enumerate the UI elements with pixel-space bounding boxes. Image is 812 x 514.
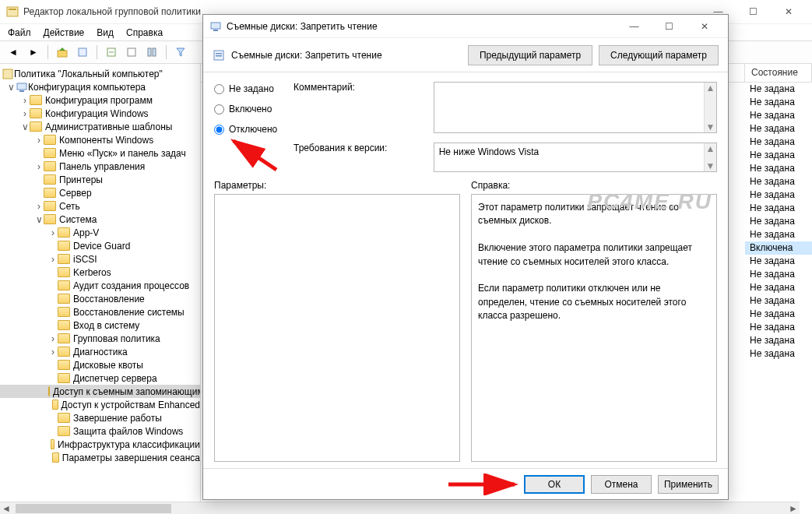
tree-wfp[interactable]: Защита файлов Windows [0,424,200,438]
state-cell[interactable]: Не задана [745,162,812,175]
forward-button[interactable]: ► [25,44,42,61]
tree-root[interactable]: Политика "Локальный компьютер" [0,67,200,80]
funnel-icon[interactable] [172,44,189,61]
state-cell[interactable]: Не задана [745,175,812,188]
tree-item-label: Диспетчер сервера [73,373,157,384]
horizontal-scrollbar[interactable]: ◄ ► [0,502,800,514]
scroll-left-icon[interactable]: ◄ [0,503,12,514]
tree-shutdown[interactable]: Завершение работы [0,411,200,424]
properties-button[interactable] [74,44,91,61]
radio-label: Не задано [229,83,274,94]
tree-start-task[interactable]: Меню «Пуск» и панель задач [0,146,200,160]
svg-rect-8 [3,69,12,79]
state-cell[interactable]: Не задана [745,228,812,241]
state-cell[interactable]: Не задана [745,83,812,96]
close-button[interactable]: ✕ [771,1,806,23]
folder-icon [58,280,70,290]
back-button[interactable]: ◄ [5,44,22,61]
tree-win-cfg[interactable]: ›Конфигурация Windows [0,107,200,120]
menu-file[interactable]: Файл [8,27,31,38]
scroll-right-icon[interactable]: ► [787,503,800,514]
folder-icon [58,347,70,357]
radio-not-configured[interactable]: Не задано [214,83,283,94]
menu-action[interactable]: Действие [44,27,85,38]
state-cell[interactable]: Не задана [745,308,812,321]
state-cell[interactable]: Не задана [745,347,812,361]
state-cell[interactable]: Не задана [745,334,812,347]
tree-item-label: App-V [73,227,99,238]
tree-kerberos[interactable]: Kerberos [0,266,200,279]
ok-button[interactable]: ОК [524,475,585,494]
state-cell[interactable]: Не задана [745,215,812,228]
state-cell[interactable]: Не задана [745,96,812,109]
folder-icon [58,320,70,330]
tree-logon[interactable]: Вход в систему [0,319,200,332]
folder-icon [58,267,70,277]
state-cell[interactable]: Не задана [745,136,812,149]
tree-system[interactable]: ∨Система [0,213,200,226]
dialog-close-button[interactable]: ✕ [687,16,722,37]
tree-sw-cfg[interactable]: ›Конфигурация программ [0,93,200,107]
tree-gp[interactable]: ›Групповая политика [0,332,200,345]
tree-disk-quota[interactable]: Дисковые квоты [0,358,200,371]
state-cell[interactable]: Не задана [745,149,812,162]
state-cell[interactable]: Не задана [745,255,812,268]
next-setting-button[interactable]: Следующий параметр [599,45,719,65]
scrollbar-thumb[interactable] [16,504,171,513]
tree-server[interactable]: Сервер [0,186,200,199]
state-cell[interactable]: Включена [745,241,812,255]
tree-ctrl-panel[interactable]: ›Панель управления [0,160,200,173]
folder-icon [58,241,70,251]
columns-button[interactable] [143,44,160,61]
radio-enabled[interactable]: Включено [214,104,283,114]
tree-devguard[interactable]: Device Guard [0,239,200,252]
tree-item-label: Конфигурация компьютера [28,82,146,93]
state-cell[interactable]: Не задана [745,321,812,334]
up-button[interactable] [54,44,71,61]
state-cell[interactable]: Не задана [745,281,812,294]
dialog-maximize-button[interactable]: ☐ [652,16,687,37]
tree-pane[interactable]: Политика "Локальный компьютер" ∨Конфигур… [0,64,201,508]
folder-icon [58,413,70,423]
tree-printers[interactable]: Принтеры [0,173,200,186]
state-cell[interactable]: Не задана [745,294,812,308]
menu-view[interactable]: Вид [97,27,114,38]
tree-item-label: Сервер [59,188,92,199]
grid-header-state[interactable]: Состояние [745,64,812,82]
state-cell[interactable]: Не задана [745,268,812,281]
state-cell[interactable]: Не задана [745,202,812,215]
tree-network[interactable]: ›Сеть [0,199,200,213]
help-label: Справка: [471,180,717,191]
state-cell[interactable]: Не задана [745,109,812,122]
tree-adm-tmpl[interactable]: ∨Административные шаблоны [0,120,200,133]
tree-computer-cfg[interactable]: ∨Конфигурация компьютера [0,80,200,93]
cancel-button[interactable]: Отмена [591,475,652,494]
comment-textarea[interactable]: ▲▼ [434,82,717,133]
svg-rect-7 [153,48,156,56]
tree-shutdown-params[interactable]: Параметры завершения сеанса [0,451,200,464]
scrollbar[interactable]: ▲▼ [704,83,716,132]
tree-infra[interactable]: Инфраструктура классификации [0,438,200,451]
tree-recovery[interactable]: Восстановление [0,292,200,305]
scrollbar[interactable]: ▲▼ [704,143,716,171]
prev-setting-button[interactable]: Предыдущий параметр [468,45,592,65]
state-cell[interactable]: Не задана [745,122,812,136]
menu-help[interactable]: Справка [126,27,163,38]
state-cell[interactable]: Не задана [745,188,812,202]
tree-proc-audit[interactable]: Аудит создания процессов [0,279,200,292]
tree-srv-mgr[interactable]: Диспетчер сервера [0,371,200,385]
tree-removable[interactable]: Доступ к съемным запоминающим [0,385,200,398]
radio-disabled[interactable]: Отключено [214,124,283,135]
export-button[interactable] [103,44,120,61]
tree-diag[interactable]: ›Диагностика [0,345,200,358]
filter-button[interactable] [123,44,140,61]
tree-enh-dev[interactable]: Доступ к устройствам Enhanced [0,398,200,411]
tree-sys-restore[interactable]: Восстановление системы [0,305,200,319]
tree-iscsi[interactable]: ›iSCSI [0,252,200,266]
maximize-button[interactable]: ☐ [736,1,771,23]
dialog-minimize-button[interactable]: — [617,16,652,37]
tree-appv[interactable]: ›App-V [0,226,200,239]
apply-button[interactable]: Применить [658,475,719,494]
tree-win-comp[interactable]: ›Компоненты Windows [0,133,200,146]
help-text: Этот параметр политики запрещает чтение … [478,201,710,228]
